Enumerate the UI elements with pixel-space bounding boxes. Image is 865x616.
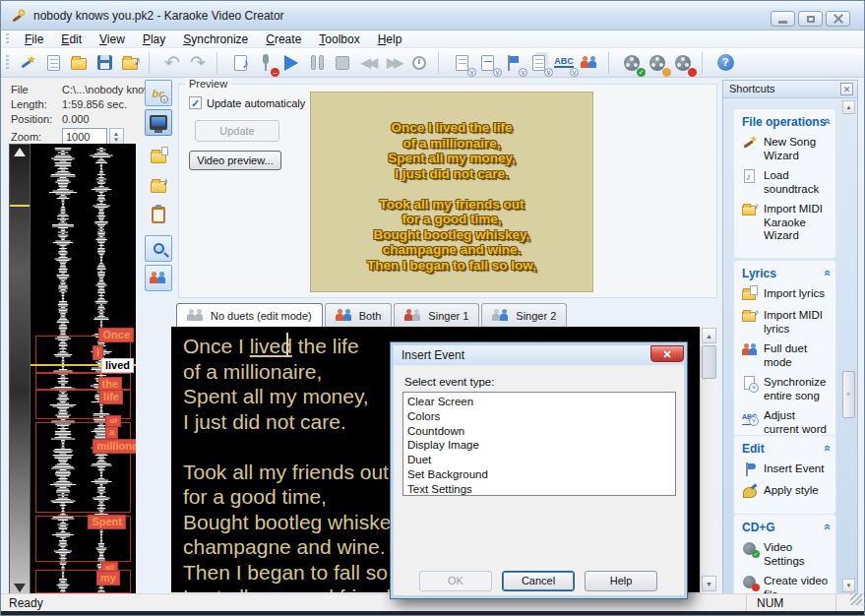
help-icon[interactable]: ? <box>712 51 738 75</box>
list-item[interactable]: Duet <box>407 453 671 467</box>
list-item[interactable]: Set Background <box>407 467 671 482</box>
waveform-overview-scrollbar[interactable] <box>9 144 31 596</box>
scroll-down-icon[interactable]: ▼ <box>702 576 716 591</box>
event-type-listbox[interactable]: Clear Screen Colors Countdown Display Im… <box>402 392 676 496</box>
shortcut-import-lyrics[interactable]: Import lyrics <box>742 287 830 302</box>
preview-mode-icon[interactable] <box>145 109 172 136</box>
menu-help[interactable]: Help <box>370 31 410 47</box>
insert-event-dialog: Insert Event ✕ Select event type: Clear … <box>390 341 688 599</box>
play-icon[interactable] <box>278 51 304 75</box>
duet-wizard-icon[interactable] <box>577 51 602 75</box>
menu-synchronize[interactable]: Synchronize <box>175 31 256 47</box>
rewind-icon[interactable]: ◀◀ <box>355 51 381 75</box>
word-marker[interactable]: life <box>99 390 123 404</box>
collapse-chevron-icon[interactable]: » <box>820 524 834 530</box>
menu-edit[interactable]: Edit <box>53 31 90 47</box>
synchronize-song-icon[interactable]: v <box>525 51 551 75</box>
scroll-thumb[interactable] <box>702 345 716 379</box>
duet-icon[interactable] <box>145 265 172 291</box>
save-icon[interactable] <box>92 51 117 75</box>
import-lyrics-icon[interactable] <box>145 143 172 169</box>
video-preview-screen: Once I lived the lifeof a millionaire, S… <box>310 92 593 292</box>
dialog-close-icon[interactable]: ✕ <box>650 345 684 362</box>
redo-icon[interactable]: ↷ <box>185 51 211 75</box>
open-file-icon[interactable] <box>66 51 92 75</box>
tab-singer-1[interactable]: Singer 1 <box>394 303 479 327</box>
undo-icon[interactable]: ↶ <box>159 51 185 75</box>
list-item[interactable]: Clear Screen <box>407 395 671 409</box>
shortcut-insert-event[interactable]: Insert Event <box>742 462 830 477</box>
create-video-icon[interactable] <box>670 51 696 75</box>
help-button[interactable]: Help <box>585 571 657 591</box>
scroll-thumb[interactable]: ≡ <box>842 371 855 418</box>
waveform-panel[interactable]: Once I lived the life of a milliona Spen… <box>31 144 136 596</box>
insert-event-icon[interactable]: v <box>500 51 525 75</box>
tab-singer-2[interactable]: Singer 2 <box>481 303 567 327</box>
scroll-up-icon[interactable]: ▲ <box>702 328 716 343</box>
scroll-up-icon[interactable]: ▲ <box>842 100 855 114</box>
fast-forward-icon[interactable]: ▶▶ <box>381 51 406 75</box>
collapse-chevron-icon[interactable]: » <box>820 271 834 277</box>
record-icon[interactable]: – <box>253 51 278 75</box>
synchronize-line-icon[interactable]: v <box>449 51 474 75</box>
list-item[interactable]: Colors <box>407 409 671 424</box>
import-music-icon[interactable]: ♪ <box>145 172 172 199</box>
new-song-wizard-icon[interactable]: ★ <box>15 51 40 75</box>
maximize-button[interactable] <box>798 11 823 27</box>
menu-view[interactable]: View <box>92 31 133 47</box>
stop-icon[interactable] <box>330 51 355 75</box>
collapse-chevron-icon[interactable]: » <box>820 119 834 125</box>
editor-scrollbar[interactable]: ▲ ▼ <box>700 327 716 592</box>
shortcuts-close-icon[interactable]: ✕ <box>840 83 853 95</box>
resize-grip[interactable] <box>850 593 862 605</box>
shortcut-create-video-file[interactable]: Create video file <box>742 575 830 595</box>
shortcut-import-midi-karaoke[interactable]: Import MIDI Karaoke Wizard <box>742 203 830 243</box>
minimize-button[interactable] <box>771 11 795 27</box>
word-marker-current[interactable]: lived <box>101 358 134 373</box>
list-item[interactable]: Countdown <box>407 424 671 439</box>
import-soundtrack-icon[interactable]: ♪ <box>117 51 143 75</box>
cancel-button[interactable]: Cancel <box>502 571 575 591</box>
collapse-chevron-icon[interactable]: » <box>820 446 834 452</box>
word-marker[interactable]: Spent <box>88 515 126 529</box>
paste-icon[interactable] <box>145 202 172 228</box>
apply-style-icon[interactable] <box>645 51 670 75</box>
shortcut-full-duet-mode[interactable]: Full duet mode <box>742 342 830 369</box>
word-marker[interactable]: my <box>96 571 120 585</box>
list-item[interactable]: Text Settings <box>407 482 671 497</box>
adjust-word-icon[interactable]: ABCv <box>551 51 577 75</box>
shortcut-new-song-wizard[interactable]: New Song Wizard <box>742 136 830 162</box>
shortcut-import-midi-lyrics[interactable]: Import MIDI lyrics <box>742 309 830 336</box>
menu-create[interactable]: Create <box>258 31 309 47</box>
ok-button[interactable]: OK <box>419 571 492 591</box>
shortcut-load-soundtrack[interactable]: Load soundtrack <box>742 169 830 196</box>
menu-file[interactable]: File <box>17 31 51 47</box>
update-automatically-checkbox[interactable]: ✓ <box>189 96 202 109</box>
scroll-up-icon[interactable] <box>14 148 26 156</box>
list-item[interactable]: Display Image <box>407 438 671 453</box>
synchronize-page-icon[interactable]: v <box>474 51 500 75</box>
close-button[interactable] <box>826 11 850 27</box>
shortcut-adjust-current-word[interactable]: Adjust current word <box>742 409 830 436</box>
shortcut-synchronize-entire-song[interactable]: Synchronize entire song <box>742 376 830 402</box>
video-preview-button[interactable]: Video preview... <box>189 151 281 170</box>
search-icon[interactable] <box>145 235 172 262</box>
timer-icon[interactable] <box>406 51 432 75</box>
menu-play[interactable]: Play <box>135 31 173 47</box>
sync-mode-icon[interactable]: bcv <box>145 80 172 106</box>
scroll-down-icon[interactable] <box>14 584 26 592</box>
tab-both[interactable]: Both <box>325 303 393 327</box>
pause-icon[interactable] <box>304 51 330 75</box>
shortcut-apply-style[interactable]: Apply style <box>742 484 830 499</box>
new-document-icon[interactable] <box>40 51 66 75</box>
scroll-down-icon[interactable]: ▼ <box>842 579 855 592</box>
word-marker[interactable]: a <box>105 426 118 439</box>
tab-no-duets[interactable]: No duets (edit mode) <box>176 303 323 327</box>
word-marker[interactable]: Once <box>98 328 134 342</box>
menu-toolbox[interactable]: Toolbox <box>311 31 367 47</box>
word-marker[interactable]: milliona <box>93 439 136 454</box>
update-button[interactable]: Update <box>195 120 279 142</box>
load-soundtrack-icon[interactable]: ♪ <box>227 51 253 75</box>
shortcut-video-settings[interactable]: ✓Video Settings <box>742 541 830 568</box>
video-settings-icon[interactable]: ✓ <box>619 51 645 75</box>
